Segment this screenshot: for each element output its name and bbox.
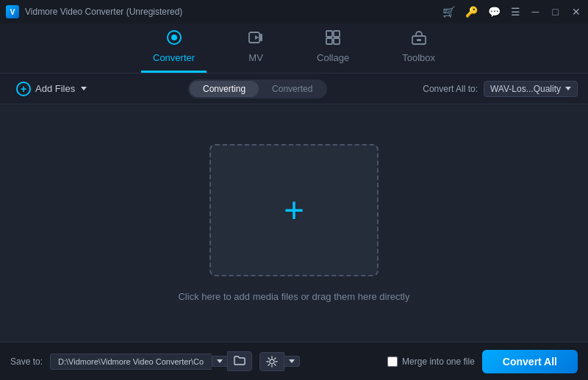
- settings-dropdown-arrow: [289, 359, 295, 363]
- tab-mv[interactable]: MV: [236, 24, 276, 73]
- tab-converted[interactable]: Converted: [259, 81, 326, 97]
- merge-checkbox[interactable]: [387, 356, 398, 367]
- convert-all-to: Convert All to: WAV-Los...Quality: [423, 81, 578, 97]
- menu-icon[interactable]: ☰: [511, 6, 520, 18]
- convert-all-to-label: Convert All to:: [423, 84, 478, 94]
- tab-toolbox[interactable]: Toolbox: [390, 24, 447, 73]
- svg-rect-5: [334, 31, 340, 37]
- title-bar: V Vidmore Video Converter (Unregistered)…: [0, 0, 588, 24]
- title-bar-left: V Vidmore Video Converter (Unregistered): [6, 5, 182, 18]
- drop-hint: Click here to add media files or drag th…: [178, 291, 409, 302]
- merge-into-one-wrapper: Merge into one file: [387, 356, 475, 367]
- svg-rect-4: [326, 31, 332, 37]
- tab-collage-label: Collage: [317, 52, 349, 63]
- format-dropdown[interactable]: WAV-Los...Quality: [484, 81, 578, 97]
- add-files-dropdown-arrow: [81, 87, 87, 90]
- settings-wrapper: [259, 352, 300, 371]
- tab-mv-label: MV: [248, 52, 263, 63]
- toolbox-icon: [411, 29, 427, 49]
- svg-rect-9: [417, 39, 421, 41]
- settings-dropdown-arrow-button[interactable]: [284, 356, 300, 367]
- collage-icon: [325, 29, 341, 49]
- tab-converter[interactable]: Converter: [141, 24, 207, 73]
- nav-tabs: Converter MV Collage: [0, 24, 588, 74]
- merge-label: Merge into one file: [402, 356, 475, 367]
- settings-button[interactable]: [259, 352, 284, 371]
- svg-point-1: [171, 35, 177, 40]
- bottom-bar: Save to: Merge into one file Convert All: [0, 342, 588, 380]
- save-path-input[interactable]: [50, 354, 212, 370]
- chat-icon[interactable]: 💬: [488, 6, 501, 18]
- format-dropdown-arrow: [565, 87, 571, 90]
- key-icon[interactable]: 🔑: [465, 6, 478, 18]
- svg-rect-3: [260, 34, 262, 41]
- logo-text: V: [10, 8, 15, 16]
- svg-rect-7: [334, 38, 340, 44]
- close-button[interactable]: ✕: [570, 6, 582, 18]
- maximize-button[interactable]: □: [551, 6, 560, 18]
- save-path-wrapper: [50, 351, 252, 371]
- tab-converter-label: Converter: [153, 52, 195, 63]
- cart-icon[interactable]: 🛒: [442, 6, 455, 18]
- converter-icon: [166, 29, 182, 49]
- app-title: Vidmore Video Converter (Unregistered): [25, 7, 182, 17]
- app-logo: V: [6, 5, 19, 18]
- svg-point-10: [270, 359, 274, 364]
- add-files-icon: +: [16, 82, 31, 96]
- main-content: + Click here to add media files or drag …: [0, 104, 588, 342]
- save-to-label: Save to:: [10, 356, 43, 367]
- tab-collage[interactable]: Collage: [305, 24, 361, 73]
- convert-all-button[interactable]: Convert All: [482, 350, 578, 373]
- plus-icon: +: [284, 193, 304, 228]
- window-controls: 🛒 🔑 💬 ☰ ─ □ ✕: [442, 6, 582, 18]
- toolbar: + Add Files Converting Converted Convert…: [0, 74, 588, 104]
- minimize-button[interactable]: ─: [531, 6, 541, 18]
- mv-icon: [248, 29, 264, 49]
- tab-switcher: Converting Converted: [188, 79, 327, 98]
- add-files-label: Add Files: [35, 83, 75, 94]
- save-path-arrow-button[interactable]: [212, 356, 227, 367]
- drop-zone[interactable]: +: [209, 144, 379, 276]
- tab-toolbox-label: Toolbox: [402, 52, 435, 63]
- save-path-folder-button[interactable]: [227, 351, 252, 371]
- svg-rect-6: [326, 38, 332, 44]
- format-value: WAV-Los...Quality: [490, 84, 561, 94]
- add-files-button[interactable]: + Add Files: [10, 78, 93, 100]
- save-path-dropdown-arrow: [217, 359, 223, 363]
- tab-converting[interactable]: Converting: [190, 81, 259, 97]
